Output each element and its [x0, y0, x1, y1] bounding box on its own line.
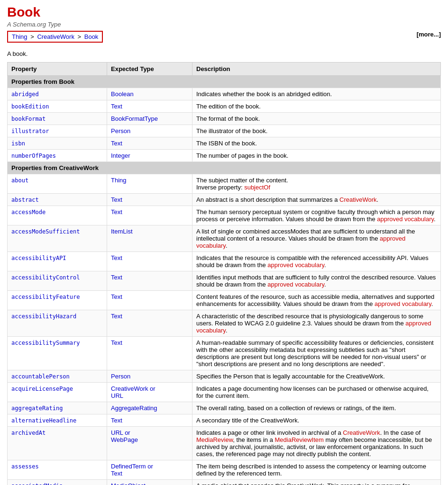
property-link[interactable]: accessibilitySummary — [11, 340, 80, 346]
description-cell: The item being described is intended to … — [192, 460, 441, 480]
type-cell: Person — [107, 370, 192, 383]
type-link[interactable]: Text — [111, 208, 122, 216]
type-link[interactable]: WebPage — [111, 436, 138, 443]
creativework-link[interactable]: CreativeWork — [339, 196, 377, 203]
property-link[interactable]: accessibilityHazard — [11, 313, 76, 320]
vocab-link[interactable]: approved vocabulary — [267, 281, 324, 288]
type-link[interactable]: AggregateRating — [111, 404, 157, 412]
col-header-property: Property — [8, 63, 107, 76]
vocab-link[interactable]: approved vocabulary — [196, 320, 431, 334]
inverse-property-link[interactable]: subjectOf — [244, 184, 270, 191]
description-cell: The illustrator of the book. — [192, 125, 441, 137]
type-cell: Text — [107, 137, 192, 150]
description-cell: A characteristic of the described resour… — [192, 310, 441, 337]
creativework-link[interactable]: CreativeWork — [343, 429, 380, 436]
type-link[interactable]: CreativeWork or — [111, 385, 155, 392]
type-link[interactable]: Text — [111, 196, 122, 203]
breadcrumb-creativework[interactable]: CreativeWork — [37, 33, 74, 40]
description-cell: The format of the book. — [192, 113, 441, 125]
property-link[interactable]: aggregateRating — [11, 405, 63, 412]
type-link[interactable]: Text — [111, 103, 122, 110]
type-link[interactable]: Text — [111, 274, 122, 281]
type-cell: Text — [107, 100, 192, 113]
type-cell: Text — [107, 337, 192, 370]
property-link[interactable]: numberOfPages — [11, 153, 56, 159]
property-link[interactable]: accountablePerson — [11, 373, 70, 380]
more-link[interactable]: [more...] — [417, 31, 441, 38]
property-link[interactable]: about — [11, 177, 28, 184]
breadcrumb-book[interactable]: Book — [84, 33, 99, 40]
type-link[interactable]: BookFormatType — [111, 115, 158, 122]
table-row: isbnTextThe ISBN of the book. — [8, 137, 441, 150]
table-row: abridgedBooleanIndicates whether the boo… — [8, 88, 441, 100]
type-cell: AggregateRating — [107, 402, 192, 414]
type-cell: Person — [107, 125, 192, 137]
property-link[interactable]: accessModeSufficient — [11, 228, 80, 235]
table-row: accountablePersonPersonSpecifies the Per… — [8, 370, 441, 383]
table-row: accessibilityHazardTextA characteristic … — [8, 310, 441, 337]
type-link[interactable]: Person — [111, 373, 130, 380]
table-row: accessModeTextThe human sensory perceptu… — [8, 206, 441, 225]
property-link[interactable]: accessibilityFeature — [11, 294, 80, 300]
type-link[interactable]: Boolean — [111, 90, 134, 98]
type-link[interactable]: DefinedTerm or — [111, 463, 153, 470]
type-link[interactable]: Thing — [111, 177, 127, 184]
property-link[interactable]: associatedMedia — [11, 483, 63, 485]
property-link[interactable]: acquireLicensePage — [11, 386, 73, 392]
type-link[interactable]: Integer — [111, 152, 130, 159]
description-cell: The subject matter of the content.Invers… — [192, 174, 441, 194]
table-row: accessibilityControlTextIdentifies input… — [8, 271, 441, 291]
type-link[interactable]: Text — [111, 470, 122, 477]
type-link[interactable]: Text — [111, 417, 122, 424]
mediareview-link[interactable]: MediaReview — [196, 436, 233, 443]
description-cell: A list of single or combined accessModes… — [192, 225, 441, 252]
type-cell: Integer — [107, 150, 192, 162]
type-cell: Text — [107, 194, 192, 206]
table-row: numberOfPagesIntegerThe number of pages … — [8, 150, 441, 162]
property-link[interactable]: bookFormat — [11, 116, 46, 122]
description-cell: The human sensory perceptual system or c… — [192, 206, 441, 225]
vocab-link[interactable]: approved vocabulary — [377, 216, 434, 223]
breadcrumb-thing[interactable]: Thing — [12, 33, 27, 40]
vocab-link[interactable]: approved vocabulary — [196, 235, 405, 249]
type-link[interactable]: URL or — [111, 429, 130, 436]
table-row: alternativeHeadlineTextA secondary title… — [8, 414, 441, 427]
type-link[interactable]: MediaObject — [111, 482, 146, 485]
page-title: Book — [7, 5, 441, 20]
vocab-link[interactable]: approved vocabulary — [267, 261, 324, 269]
property-link[interactable]: bookEdition — [11, 103, 49, 110]
breadcrumb[interactable]: Thing > CreativeWork > Book — [7, 31, 103, 43]
type-cell: URL orWebPage — [107, 427, 192, 460]
type-link[interactable]: ItemList — [111, 228, 133, 235]
property-link[interactable]: alternativeHeadline — [11, 417, 76, 424]
table-row: accessibilityFeatureTextContent features… — [8, 291, 441, 310]
type-link[interactable]: URL — [111, 392, 123, 399]
type-link[interactable]: Text — [111, 339, 122, 346]
mediareviewitem-link[interactable]: MediaReviewItem — [274, 436, 323, 443]
property-link[interactable]: abridged — [11, 91, 39, 98]
col-header-description: Description — [192, 63, 441, 76]
type-link[interactable]: Person — [111, 127, 130, 135]
property-link[interactable]: accessMode — [11, 209, 46, 216]
property-link[interactable]: isbn — [11, 140, 25, 147]
description-cell: Indicates a page documenting how license… — [192, 383, 441, 402]
property-link[interactable]: archivedAt — [11, 430, 46, 436]
property-link[interactable]: accessibilityControl — [11, 274, 80, 281]
type-cell: Thing — [107, 174, 192, 194]
type-link[interactable]: Text — [111, 313, 122, 320]
vocab-link[interactable]: approved vocabulary — [375, 300, 431, 307]
description-cell: A secondary title of the CreativeWork. — [192, 414, 441, 427]
table-row: accessibilityAPITextIndicates that the r… — [8, 252, 441, 271]
type-link[interactable]: Text — [111, 293, 122, 300]
table-row: abstractTextAn abstract is a short descr… — [8, 194, 441, 206]
description-cell: Indicates a page or other link involved … — [192, 427, 441, 460]
description-cell: Content features of the resource, such a… — [192, 291, 441, 310]
type-link[interactable]: Text — [111, 254, 122, 261]
property-link[interactable]: abstract — [11, 197, 39, 203]
property-link[interactable]: assesses — [11, 463, 39, 470]
type-link[interactable]: Text — [111, 140, 122, 147]
property-link[interactable]: illustrator — [11, 128, 49, 135]
table-row: associatedMediaMediaObjectA media object… — [8, 480, 441, 485]
property-link[interactable]: accessibilityAPI — [11, 255, 66, 261]
section-label: Properties from CreativeWork — [8, 162, 441, 174]
